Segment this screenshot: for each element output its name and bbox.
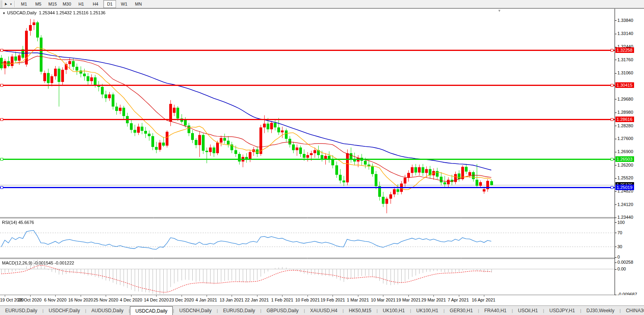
tab-hk50-m15[interactable]: HK50,M15	[344, 306, 377, 315]
price-axis[interactable]: 1.338401.331401.324401.317601.310601.303…	[615, 9, 644, 295]
price-axis-tick: 1.26900	[615, 149, 633, 154]
tick-mark	[615, 152, 617, 152]
hline-price-tag: 1.26503	[615, 156, 634, 162]
price-axis-tick: 1.31760	[615, 57, 633, 62]
tab-usdcnh-daily[interactable]: USDCNH,Daily	[174, 306, 217, 315]
tick-mark	[615, 73, 617, 74]
timeframe-button-m5[interactable]: M5	[32, 0, 44, 8]
tab-eurusd-daily[interactable]: EURUSD,Daily	[218, 306, 260, 315]
timeframe-button-m1[interactable]: M1	[17, 0, 30, 8]
chart-shift-marker-icon[interactable]: ▼	[498, 9, 501, 13]
date-tick-mark	[257, 295, 257, 297]
rsi-axis-tick: 0	[615, 255, 620, 259]
pointer-cursor-icon: ➤	[3, 2, 8, 6]
tab-audusd-daily[interactable]: AUDUSD,Daily	[86, 306, 129, 315]
date-axis-label: 4 Jan 2021	[195, 298, 217, 302]
date-axis-label: 13 Jan 2021	[220, 298, 244, 302]
date-axis-label: 10 Mar 2021	[371, 298, 396, 302]
date-axis-label: 23 Dec 2020	[169, 298, 194, 302]
chart-canvas[interactable]	[0, 9, 615, 295]
date-tick-mark	[131, 295, 132, 297]
date-axis-label: 7 Apr 2021	[448, 298, 469, 302]
tick-mark	[615, 204, 617, 205]
chart-symbol-period: USDCAD,Daily	[7, 10, 37, 15]
tab-uk100-h1[interactable]: UK100,H1	[411, 306, 443, 315]
price-axis-tick: 1.29680	[615, 97, 633, 101]
chart-area: ▼USDCAD,Daily 1.25344 1.25432 1.25116 1.…	[0, 9, 644, 305]
tab-uk100-h1[interactable]: UK100,H1	[378, 306, 410, 315]
timeframe-button-h1[interactable]: H1	[75, 0, 87, 8]
tab-gbpusd-daily[interactable]: GBPUSD,Daily	[261, 306, 304, 315]
tab-eurusd-daily[interactable]: EURUSD,Daily	[0, 306, 43, 315]
date-tick-mark	[383, 295, 383, 297]
timeframe-button-group: M1M5M15M30H1H4D1W1MN	[17, 0, 145, 8]
toolbar: ➤ ▾ M1M5M15M30H1H4D1W1MN	[0, 0, 644, 9]
date-axis-label: 6 Nov 2020	[44, 298, 66, 302]
tab-usdjpy-h1[interactable]: USDJPY,H1	[544, 306, 580, 315]
tab-ger30-h1[interactable]: GER30,H1	[445, 306, 478, 315]
timeframe-button-w1[interactable]: W1	[118, 0, 130, 8]
date-axis-label: 1 Mar 2021	[347, 298, 369, 302]
date-axis-label: 25 Nov 2020	[93, 298, 118, 302]
date-tick-mark	[307, 295, 308, 297]
date-axis-label: 16 Nov 2020	[68, 298, 93, 302]
date-tick-mark	[182, 295, 182, 297]
symbol-tabs: EURUSD,Daily|USDCHF,Daily|AUDUSD,Daily|U…	[0, 306, 644, 315]
timeframe-button-d1[interactable]: D1	[103, 0, 116, 8]
date-tick-mark	[106, 295, 106, 297]
date-axis-label: 19 Mar 2021	[396, 298, 421, 302]
pointer-dropdown-icon[interactable]: ▾	[9, 2, 13, 6]
date-tick-mark	[484, 295, 484, 297]
tick-mark	[615, 218, 617, 218]
date-tick-mark	[156, 295, 157, 297]
chart-collapse-icon[interactable]: ▼	[2, 12, 6, 15]
timeframe-button-h4[interactable]: H4	[89, 0, 102, 8]
tab-dj30-weekly[interactable]: DJ30,Weekly	[581, 306, 619, 315]
date-axis-label: 4 Dec 2020	[120, 298, 142, 302]
date-tick-mark	[282, 295, 282, 297]
date-tick-mark	[459, 295, 459, 297]
tick-mark	[615, 191, 617, 192]
price-axis-tick: 1.28980	[615, 110, 633, 115]
date-axis-label: 10 Feb 2021	[295, 298, 320, 302]
pointer-tool-button[interactable]: ➤	[2, 0, 9, 8]
tab-usdcad-daily[interactable]: USDCAD,Daily	[130, 306, 173, 315]
date-axis-label: 19 Feb 2021	[321, 298, 345, 302]
macd-axis-tick: 0.00	[615, 266, 626, 271]
date-axis[interactable]: 19 Oct 202028 Oct 20206 Nov 202016 Nov 2…	[0, 295, 644, 305]
date-tick-mark	[358, 295, 358, 297]
tab-usdchf-daily[interactable]: USDCHF,Daily	[44, 306, 85, 315]
date-axis-label: 22 Jan 2021	[245, 298, 269, 302]
date-tick-mark	[55, 295, 56, 297]
date-tick-mark	[207, 295, 207, 297]
tick-mark	[615, 99, 617, 99]
date-tick-mark	[30, 295, 31, 297]
symbol-tab-bar: EURUSD,Daily|USDCHF,Daily|AUDUSD,Daily|U…	[0, 305, 644, 315]
timeframe-button-m30[interactable]: M30	[60, 0, 73, 8]
date-tick-mark	[5, 295, 5, 297]
price-axis-tick: 1.27600	[615, 136, 633, 141]
rsi-axis-tick: 30	[615, 244, 622, 249]
date-tick-mark	[81, 295, 81, 297]
date-axis-label: 28 Oct 2020	[18, 298, 42, 302]
macd-axis-tick: 0.00258	[615, 260, 633, 264]
tab-usoil-h1[interactable]: USOil,H1	[513, 306, 543, 315]
tick-mark	[615, 178, 617, 179]
hline-price-tag: 1.28616	[615, 117, 634, 122]
toolbar-separator	[14, 1, 15, 7]
tick-mark	[615, 20, 617, 21]
tab-china300-h1[interactable]: CHINA300,H1	[621, 306, 644, 315]
price-axis-tick: 1.33840	[615, 18, 633, 23]
date-axis-label: 1 Feb 2021	[271, 298, 293, 302]
tab-xauusd-h4[interactable]: XAUUSD,H4	[305, 306, 342, 315]
timeframe-button-mn[interactable]: MN	[132, 0, 145, 8]
price-axis-tick: 1.23440	[615, 215, 633, 220]
rsi-axis-tick: 70	[615, 230, 622, 235]
price-axis-tick: 1.26200	[615, 163, 633, 167]
date-tick-mark	[433, 295, 434, 297]
date-tick-mark	[333, 295, 333, 297]
price-axis-tick: 1.28280	[615, 123, 633, 128]
tab-fra40-h1[interactable]: FRA40,H1	[479, 306, 512, 315]
timeframe-button-m15[interactable]: M15	[46, 0, 59, 8]
rsi-axis-tick: 100	[615, 220, 625, 225]
